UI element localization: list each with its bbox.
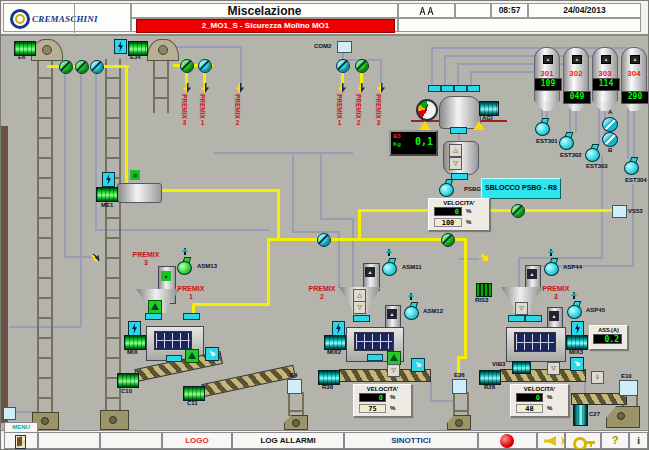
c11-motor[interactable] — [183, 386, 205, 401]
warning-triangle-icon — [419, 121, 431, 130]
logo-button[interactable]: LOGO — [162, 432, 232, 449]
e36-leg — [453, 392, 469, 416]
premix3-arrow-icon — [182, 83, 192, 93]
mix3-power-icon[interactable] — [571, 321, 584, 336]
r28-motor[interactable] — [479, 370, 501, 385]
elevator-boot-2 — [100, 410, 129, 430]
asm12-blower[interactable] — [404, 302, 421, 319]
c11-conveyor[interactable] — [201, 365, 296, 397]
asm13-blower[interactable] — [177, 257, 194, 274]
valve-com2-2[interactable] — [355, 59, 369, 73]
asp45-blower[interactable] — [567, 301, 584, 318]
vs53-label: VS53 — [628, 208, 643, 214]
est304-pump[interactable] — [624, 157, 641, 175]
sinottici-button[interactable]: SINOTTICI — [344, 432, 478, 449]
velocity3-actual: 0 — [516, 393, 543, 402]
est301-pump[interactable] — [535, 118, 552, 136]
ris3-device[interactable] — [476, 283, 492, 297]
mix2-goto-icon[interactable]: ➔ — [411, 358, 425, 372]
r38-motor[interactable] — [318, 370, 340, 385]
key-button[interactable] — [565, 432, 601, 449]
mix3-motor[interactable] — [566, 335, 588, 350]
ris3-feed-arrow-icon — [478, 251, 492, 265]
valve-e34-1[interactable] — [180, 59, 194, 73]
log-allarmi-button[interactable]: LOG ALLARMI — [232, 432, 344, 449]
com2-box[interactable] — [337, 41, 352, 53]
psbg-pump[interactable] — [439, 179, 456, 197]
silo-302-level: 049 — [563, 91, 591, 104]
velocity2-setpoint[interactable]: 75 — [359, 404, 386, 413]
premix1-alarm-icon[interactable] — [148, 300, 162, 314]
weigher-down-icon[interactable]: ▽ — [449, 157, 462, 170]
e36-filter-box — [452, 379, 467, 394]
asp44-blower[interactable] — [544, 258, 561, 275]
small-device-box[interactable] — [3, 407, 16, 420]
b3-weight-display: B3 Kg 0,1 — [389, 130, 438, 156]
alarm-record-cell — [398, 3, 455, 18]
valve-e6-2[interactable] — [75, 60, 89, 74]
me1-filter-icon[interactable]: ▦ — [130, 170, 140, 180]
alarm-ack-button[interactable] — [478, 432, 537, 449]
e36-boot — [447, 415, 471, 430]
me1-motor[interactable] — [96, 187, 118, 202]
help-button[interactable]: ? — [601, 432, 629, 449]
e34-power-icon[interactable] — [114, 39, 127, 54]
agi-mixer-tank[interactable] — [439, 96, 481, 129]
horn-button[interactable] — [537, 432, 565, 449]
active-alarm-banner[interactable]: 2_MO1_S - Sicurezza Molino MO1 — [136, 19, 395, 33]
asm11-blower[interactable] — [382, 258, 399, 275]
ass-a-value: 0.2 — [593, 334, 622, 344]
est303-pump[interactable] — [585, 144, 602, 162]
mix2-power-icon[interactable] — [332, 321, 345, 336]
me1-power-icon[interactable] — [102, 172, 115, 187]
sblocco-psbg-button[interactable]: SBLOCCO PSBG - R8 — [481, 178, 561, 199]
mix3-goto-icon[interactable]: ➔ — [570, 357, 584, 371]
weigher-up-icon[interactable]: △ — [449, 144, 462, 157]
me1-mill-body[interactable] — [117, 183, 162, 203]
mix-goto-icon[interactable]: ➔ — [205, 347, 219, 361]
c10-motor[interactable] — [117, 373, 139, 388]
rotary-valve-b[interactable] — [602, 132, 618, 147]
valve-e6-3[interactable] — [90, 60, 104, 74]
e34-elevator-head[interactable] — [147, 39, 179, 61]
horn-icon — [544, 436, 556, 446]
header-bar: CREMASCHINI Miscelazione 2_MO1_S - Sicur… — [1, 1, 649, 36]
toolbar-spacer-2[interactable] — [100, 432, 162, 449]
exit-button[interactable] — [4, 432, 38, 449]
info-button[interactable]: i — [629, 432, 648, 449]
e4-boot — [284, 415, 308, 430]
elevator-leg-2 — [105, 59, 121, 410]
toolbar-spacer-1[interactable] — [38, 432, 100, 449]
date: 24/04/2013 — [528, 3, 641, 18]
velocity3-setpoint[interactable]: 48 — [516, 404, 543, 413]
vib3-motor[interactable] — [512, 361, 531, 374]
valve-line-1[interactable] — [317, 233, 331, 247]
asm13-vent-icon — [184, 248, 186, 255]
mix-power-icon[interactable] — [128, 321, 141, 336]
alarm-printer-icon[interactable] — [419, 6, 435, 17]
est302-pump[interactable] — [559, 132, 576, 150]
agi-motor[interactable] — [479, 101, 499, 116]
c27-motor[interactable] — [573, 404, 588, 426]
e4-leg — [288, 392, 304, 416]
e34-elevator-leg — [153, 59, 169, 113]
velocity1-setpoint[interactable]: 100 — [434, 218, 462, 227]
mix2-motor[interactable] — [324, 335, 346, 350]
logo-cell: CREMASCHINI — [3, 3, 131, 32]
b3-value: 0,1 — [415, 136, 433, 147]
valve-com2-1[interactable] — [336, 59, 350, 73]
com2-label: COM2 — [314, 43, 331, 49]
rotary-valve-a[interactable] — [602, 117, 618, 132]
valve-line-3[interactable] — [511, 204, 525, 218]
menu-button[interactable]: MENU — [4, 422, 38, 433]
e6-elevator-leg — [37, 59, 53, 412]
e6-label: E6 — [18, 54, 25, 60]
valve-e6-1[interactable] — [59, 60, 73, 74]
vs53-box[interactable] — [612, 205, 627, 218]
mix-motor[interactable] — [124, 335, 146, 350]
valve-e34-2[interactable] — [198, 59, 212, 73]
gate-icon[interactable]: ⇩ — [591, 371, 604, 384]
premix3-feed-arrow-icon — [89, 251, 103, 265]
alarm-lamp-icon — [500, 434, 514, 448]
valve-line-2[interactable] — [441, 233, 455, 247]
